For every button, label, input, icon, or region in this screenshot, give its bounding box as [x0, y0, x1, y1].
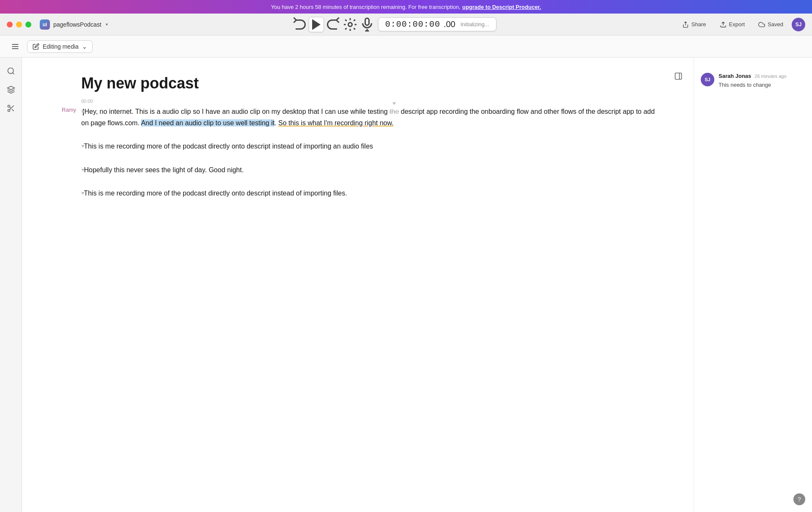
- record-button[interactable]: [359, 17, 375, 32]
- sidebar-search-button[interactable]: [3, 63, 19, 80]
- right-panel-toggle[interactable]: [672, 69, 685, 83]
- panel-icon: [674, 72, 683, 80]
- comment-time: 26 minutes ago: [754, 74, 786, 79]
- svg-point-6: [8, 68, 13, 74]
- effects-icon: [343, 17, 358, 32]
- export-icon: [720, 21, 727, 28]
- content-area: My new podcast Ramy 00:00 Hey, no intern…: [22, 58, 812, 512]
- transcript-text-2[interactable]: Hopefully this never sees the light of d…: [81, 164, 660, 176]
- transcript-block-0: Ramy 00:00 Hey, no internet. This is a a…: [56, 106, 660, 129]
- share-button[interactable]: Share: [677, 19, 711, 30]
- help-button[interactable]: ?: [793, 493, 805, 505]
- sidebar-layers-button[interactable]: [3, 81, 19, 98]
- minimize-window-button[interactable]: [16, 22, 22, 28]
- traffic-lights: [7, 22, 31, 28]
- sidebar-scissors-button[interactable]: [3, 100, 19, 117]
- undo-button[interactable]: [292, 17, 307, 32]
- redo-icon: [326, 17, 341, 32]
- app-logo[interactable]: ui pageflowsPodcast ▾: [36, 18, 111, 31]
- transcript-block-3: This is me recording more of the podcast…: [56, 187, 660, 199]
- speaker-label-2: [56, 164, 81, 176]
- search-icon: [7, 67, 15, 75]
- menu-toggle-button[interactable]: [7, 38, 24, 55]
- comment-author: Sarah Jonas: [719, 73, 751, 79]
- comment-header: Sarah Jonas 26 minutes ago: [719, 73, 805, 79]
- play-button[interactable]: [309, 17, 324, 32]
- timecode-ms: .00: [444, 19, 455, 29]
- svg-line-13: [9, 107, 11, 108]
- word-marker-3: [81, 169, 85, 171]
- top-banner: You have 2 hours 58 minutes of transcrip…: [0, 0, 812, 14]
- app-chevron-icon: ▾: [106, 22, 108, 27]
- highlighted-text: And I need an audio clip to use well tes…: [141, 119, 274, 127]
- transcript-block-1: This is me recording more of the podcast…: [56, 140, 660, 152]
- transport-controls: [292, 17, 375, 32]
- export-label: Export: [729, 21, 745, 28]
- transcript-block-2: Hopefully this never sees the light of d…: [56, 164, 660, 176]
- upgrade-link[interactable]: upgrade to Descript Producer.: [462, 4, 541, 10]
- play-icon: [309, 17, 324, 32]
- help-icon: ?: [798, 496, 801, 503]
- svg-line-7: [12, 73, 14, 74]
- comment-content: Sarah Jonas 26 minutes ago This needs to…: [719, 73, 805, 89]
- app-logo-icon: ui: [40, 19, 50, 30]
- comment-avatar: SJ: [701, 73, 714, 86]
- comment-panel: SJ Sarah Jonas 26 minutes ago This needs…: [694, 58, 812, 512]
- saved-label: Saved: [768, 21, 783, 28]
- comment-text: This needs to change: [719, 81, 805, 89]
- titlebar-right: Share Export Saved SJ: [677, 18, 805, 31]
- microphone-icon: [359, 17, 375, 32]
- comment-item-0: SJ Sarah Jonas 26 minutes ago This needs…: [701, 73, 805, 89]
- svg-line-12: [12, 109, 14, 111]
- word-marker-0: [81, 110, 85, 113]
- redo-button[interactable]: [326, 17, 341, 32]
- editing-mode-chevron-icon: ⌄: [82, 43, 87, 50]
- speaker-label-1: [56, 140, 81, 152]
- editor-area[interactable]: My new podcast Ramy 00:00 Hey, no intern…: [22, 58, 694, 512]
- titlebar: ui pageflowsPodcast ▾ 0:00:00:00.00 I: [0, 14, 812, 36]
- speaker-label-0: Ramy: [56, 106, 81, 129]
- share-label: Share: [691, 21, 706, 28]
- avatar[interactable]: SJ: [792, 18, 805, 31]
- maximize-window-button[interactable]: [25, 22, 31, 28]
- editing-mode-button[interactable]: Editing media ⌄: [27, 40, 93, 53]
- svg-rect-2: [365, 18, 369, 25]
- transcript-text-0[interactable]: 00:00 Hey, no internet. This is a audio …: [81, 106, 660, 129]
- timecode: 0:00:00:00: [385, 19, 440, 29]
- export-button[interactable]: Export: [715, 19, 750, 30]
- transcript-text-1[interactable]: This is me recording more of the podcast…: [81, 140, 660, 152]
- menu-icon: [11, 42, 19, 51]
- saved-button[interactable]: Saved: [753, 19, 788, 30]
- app-name: pageflowsPodcast: [53, 21, 102, 28]
- left-sidebar: [0, 58, 22, 512]
- svg-point-1: [348, 22, 352, 26]
- main-layout: My new podcast Ramy 00:00 Hey, no intern…: [0, 58, 812, 512]
- speaker-label-3: [56, 187, 81, 199]
- word-marker-2: [81, 145, 85, 148]
- timestamp-0: 00:00: [81, 97, 93, 105]
- layers-icon: [7, 85, 15, 94]
- cloud-icon: [758, 21, 765, 28]
- effects-button[interactable]: [343, 17, 358, 32]
- strikethrough-word: the: [390, 108, 399, 115]
- transcript-text-3[interactable]: This is me recording more of the podcast…: [81, 187, 660, 199]
- svg-marker-0: [312, 19, 321, 30]
- word-marker-1: [392, 102, 396, 105]
- scissors-icon: [7, 104, 15, 113]
- timecode-display: 0:00:00:00.00 Initializing...: [378, 17, 497, 31]
- timecode-status: Initializing...: [461, 21, 489, 28]
- close-window-button[interactable]: [7, 22, 13, 28]
- undo-icon: [292, 17, 307, 32]
- svg-rect-14: [675, 73, 682, 80]
- document-title: My new podcast: [81, 74, 660, 92]
- underlined-text: So this is what I'm recording right now.: [278, 119, 394, 127]
- toolbar: Editing media ⌄: [0, 36, 812, 58]
- svg-marker-8: [7, 86, 14, 90]
- svg-point-9: [8, 105, 10, 107]
- word-marker-4: [81, 192, 85, 195]
- banner-text: You have 2 hours 58 minutes of transcrip…: [271, 4, 461, 10]
- editing-mode-label: Editing media: [43, 43, 79, 50]
- titlebar-center: 0:00:00:00.00 Initializing...: [116, 17, 672, 32]
- svg-point-10: [8, 110, 10, 112]
- pencil-icon: [33, 43, 39, 50]
